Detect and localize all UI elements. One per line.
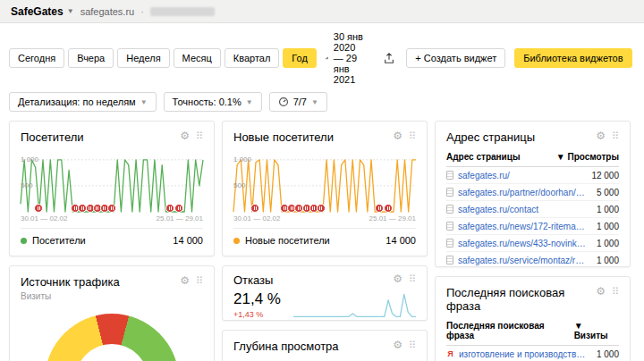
visitors-line-chart[interactable] xyxy=(21,155,203,212)
widget-controls: ⚙ ⠿ xyxy=(180,130,203,141)
interruption-marker[interactable] xyxy=(250,204,259,213)
redacted-counter-id xyxy=(150,7,215,16)
column-header-phrase[interactable]: Последняя поисковая фраза xyxy=(446,321,574,340)
interruption-marker[interactable] xyxy=(317,204,326,213)
period-toolbar: Сегодня Вчера Неделя Месяц Квартал Год 3… xyxy=(0,23,644,85)
bounces-sparkline[interactable] xyxy=(293,291,416,318)
favicon-icon xyxy=(446,256,453,264)
interruption-marker[interactable] xyxy=(107,204,116,213)
gear-icon[interactable]: ⚙ xyxy=(393,273,402,284)
period-button-yesterday[interactable]: Вчера xyxy=(68,48,114,68)
interruption-marker[interactable] xyxy=(165,204,174,213)
dashboard-board: Посетители ⚙ ⠿ 1 000 500 30.01 — 02.02 2… xyxy=(0,112,644,361)
interruption-marker[interactable] xyxy=(174,204,183,213)
period-button-quarter[interactable]: Квартал xyxy=(225,48,280,68)
sampling-gauge-icon xyxy=(278,97,289,107)
widget-library-button[interactable]: Библиотека виджетов xyxy=(514,48,631,68)
widget-header: Посетители ⚙ ⠿ xyxy=(21,130,203,144)
y-axis-tick: 1 000 xyxy=(233,155,251,164)
widget-visitors: Посетители ⚙ ⠿ 1 000 500 30.01 — 02.02 2… xyxy=(9,121,215,256)
gear-icon[interactable]: ⚙ xyxy=(180,130,190,141)
period-switcher: Сегодня Вчера Неделя Месяц Квартал Год xyxy=(9,48,317,68)
widget-header: Отказы ⚙ ⠿ xyxy=(233,273,416,287)
column-header-views-sorted[interactable]: ▼ Просмотры xyxy=(556,152,619,162)
separator-dot: · xyxy=(140,6,144,17)
favicon-icon xyxy=(446,205,453,214)
new-visitors-line-chart[interactable] xyxy=(233,155,416,212)
widget-page-urls: Адрес страницы ⚙ ⠿ Адрес страницы ▼ Прос… xyxy=(435,121,631,267)
widget-title: Источник трафика xyxy=(21,275,120,289)
widget-header: Новые посетители ⚙ ⠿ xyxy=(233,130,416,144)
table-row: safegates.ru/contact 1 000 xyxy=(446,201,619,218)
y-axis-tick: 1 000 xyxy=(21,155,38,164)
x-axis-label-start: 30.01 — 02.02 xyxy=(21,214,67,223)
page-url-link[interactable]: safegates.ru/contact xyxy=(458,205,587,214)
gear-icon[interactable]: ⚙ xyxy=(596,286,606,297)
gear-icon[interactable]: ⚙ xyxy=(393,130,402,141)
drag-handle-icon[interactable]: ⠿ xyxy=(409,340,416,350)
column-header-visits-sorted[interactable]: ▼ Визиты xyxy=(574,321,619,340)
interruption-marker[interactable] xyxy=(384,204,393,213)
page-url-link[interactable]: safegates.ru/partner/doorhan/124-so… xyxy=(458,188,587,197)
views-value: 1 000 xyxy=(591,205,619,214)
favicon-icon xyxy=(446,188,453,197)
chevron-down-icon: ▼ xyxy=(67,7,74,15)
drag-handle-icon[interactable]: ⠿ xyxy=(409,131,416,141)
widget-bounces: Отказы ⚙ ⠿ 21,4 % +1,43 % xyxy=(222,265,428,321)
chevron-down-icon: ▼ xyxy=(311,98,318,106)
interruption-marker[interactable] xyxy=(375,204,384,213)
column-header-url[interactable]: Адрес страницы xyxy=(446,152,520,162)
period-button-today[interactable]: Сегодня xyxy=(9,48,64,68)
drag-handle-icon[interactable]: ⠿ xyxy=(409,274,416,284)
widget-header: Адрес страницы ⚙ ⠿ xyxy=(446,130,619,144)
site-domain: safegates.ru xyxy=(80,6,135,17)
detalization-dropdown[interactable]: Детализация: по неделям ▼ xyxy=(9,92,157,112)
favicon-icon xyxy=(446,171,453,180)
gear-icon[interactable]: ⚙ xyxy=(393,340,402,350)
chart-legend: Посетители 14 000 xyxy=(21,228,203,246)
depth-body: 1,5 xyxy=(233,357,416,361)
gear-icon[interactable]: ⚙ xyxy=(180,275,190,286)
table-row: safegates.ru/news/433-novinka-sekts… 1 0… xyxy=(446,235,619,252)
views-value: 1 000 xyxy=(591,222,619,231)
accuracy-label: Точность: 0.1% xyxy=(173,97,242,107)
depth-sparkline[interactable] xyxy=(267,357,416,361)
drag-handle-icon[interactable]: ⠿ xyxy=(196,131,203,141)
accuracy-dropdown[interactable]: Точность: 0.1% ▼ xyxy=(164,92,262,112)
page-url-link[interactable]: safegates.ru/service/montaz/rasp-vor… xyxy=(458,256,587,265)
legend-label[interactable]: Посетители xyxy=(32,235,86,246)
widget-last-search-phrase: Последняя поисковая фраза ⚙ ⠿ Последняя … xyxy=(435,276,631,361)
topbar: SafeGates ▼ safegates.ru · xyxy=(0,0,644,23)
counter-switcher[interactable]: SafeGates ▼ xyxy=(11,5,74,18)
drag-handle-icon[interactable]: ⠿ xyxy=(612,287,619,297)
table-row: safegates.ru/service/montaz/rasp-vor… 1 … xyxy=(446,252,619,267)
create-widget-button[interactable]: + Создать виджет xyxy=(406,48,505,68)
widget-title: Посетители xyxy=(21,130,84,144)
period-button-week[interactable]: Неделя xyxy=(117,48,169,68)
search-phrase-link[interactable]: изготовление и производство забор… xyxy=(459,349,587,359)
drag-handle-icon[interactable]: ⠿ xyxy=(196,276,203,286)
legend-dot xyxy=(233,238,240,244)
drag-handle-icon[interactable]: ⠿ xyxy=(612,131,619,141)
x-axis-label-end: 25.01 — 29.01 xyxy=(369,214,416,223)
page-url-link[interactable]: safegates.ru/news/433-novinka-sekts… xyxy=(458,239,587,248)
widget-new-visitors: Новые посетители ⚙ ⠿ 1 000 500 30.01 — 0… xyxy=(222,121,428,256)
page-url-link[interactable]: safegates.ru/ xyxy=(458,171,581,180)
traffic-donut-chart[interactable] xyxy=(45,314,179,361)
detalization-label: Детализация: по неделям xyxy=(18,97,136,107)
gear-icon[interactable]: ⚙ xyxy=(596,130,606,141)
widget-subtitle: Визиты xyxy=(21,291,203,301)
period-button-year[interactable]: Год xyxy=(283,48,317,68)
date-range-picker[interactable]: 30 янв 2020 — 29 янв 2021 xyxy=(326,31,363,85)
legend-label[interactable]: Новые посетители xyxy=(245,235,330,246)
yandex-icon: Я xyxy=(446,349,454,358)
export-button[interactable] xyxy=(381,50,397,66)
x-axis-label-start: 30.01 — 02.02 xyxy=(233,214,280,223)
favicon-icon xyxy=(446,239,453,248)
counter-name: SafeGates xyxy=(11,5,64,18)
period-button-month[interactable]: Месяц xyxy=(174,48,221,68)
interruption-marker[interactable] xyxy=(34,204,43,213)
widget-title: Новые посетители xyxy=(233,130,334,144)
sampling-dropdown[interactable]: 7/7 ▼ xyxy=(269,92,327,112)
page-url-link[interactable]: safegates.ru/news/172-ritema-porog… xyxy=(458,222,587,231)
